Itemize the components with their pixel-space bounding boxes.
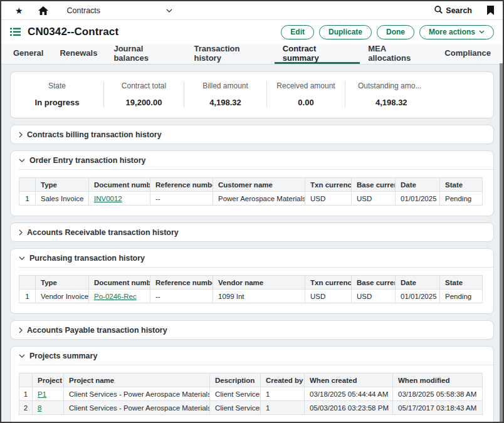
- more-actions-label: More actions: [429, 28, 475, 36]
- home-icon[interactable]: [38, 6, 48, 15]
- metric-billed-amount: Billed amount 4,198.32: [184, 81, 266, 107]
- record-header: CN0342--Contract Edit Duplicate Done Mor…: [1, 20, 503, 44]
- row-number: 1: [19, 387, 33, 401]
- vertical-scrollbar[interactable]: [500, 63, 503, 422]
- column-header[interactable]: Type: [36, 178, 89, 192]
- column-header[interactable]: Reference number: [150, 178, 213, 192]
- column-header[interactable]: Description: [210, 373, 261, 387]
- section-header-projects-summary[interactable]: Projects summary: [11, 347, 493, 365]
- column-header[interactable]: When created: [305, 373, 393, 387]
- cell-state: Pending: [440, 290, 483, 303]
- section-title: Accounts Payable transaction history: [27, 326, 167, 335]
- column-header[interactable]: Base currency: [352, 178, 396, 192]
- global-search[interactable]: Search: [434, 5, 472, 16]
- module-selector-label: Contracts: [67, 6, 101, 15]
- table-row: 2 8 Client Services - Power Aerospace Ma…: [19, 401, 483, 415]
- column-header[interactable]: Date: [396, 276, 440, 290]
- page-title: CN0342--Contract: [28, 26, 118, 38]
- column-header[interactable]: Base currency: [352, 276, 396, 290]
- edit-button[interactable]: Edit: [281, 25, 314, 39]
- column-header[interactable]: Customer name: [213, 178, 305, 192]
- record-actions: Edit Duplicate Done More actions: [281, 25, 494, 39]
- tab-contract-summary[interactable]: Contract summary: [275, 44, 360, 64]
- cell-vendor-name: 1099 Int: [213, 290, 305, 303]
- projects-table: Project Project name Description Created…: [19, 373, 483, 415]
- column-header[interactable]: Txn currency: [305, 178, 352, 192]
- document-number-link[interactable]: INV0012: [94, 195, 122, 202]
- cell-base-currency: USD: [352, 290, 396, 303]
- projects-table-wrap: Project Project name Description Created…: [11, 365, 493, 423]
- section-order-entry: Order Entry transaction history Type Doc…: [10, 150, 494, 216]
- done-button[interactable]: Done: [377, 25, 414, 39]
- section-title: Accounts Receivable transaction history: [27, 228, 179, 237]
- column-header[interactable]: State: [440, 276, 483, 290]
- tab-bar: General Renewals Journal balances Transa…: [1, 44, 503, 65]
- column-header[interactable]: Project name: [64, 373, 210, 387]
- document-number-link[interactable]: Po-0246-Rec: [94, 293, 137, 300]
- cell-state: Pending: [440, 192, 483, 206]
- cell-reference-number: --: [150, 290, 213, 303]
- chevron-down-icon: [19, 256, 25, 260]
- column-header[interactable]: State: [440, 178, 483, 192]
- metric-state: State In progress: [11, 81, 103, 107]
- cell-project-name: Client Services - Power Aerospace Materi…: [64, 387, 210, 401]
- column-header[interactable]: Type: [36, 276, 89, 290]
- cell-txn-currency: USD: [305, 290, 352, 303]
- column-header[interactable]: Created by: [261, 373, 305, 387]
- column-header[interactable]: Document number: [89, 276, 150, 290]
- section-accounts-receivable: Accounts Receivable transaction history: [10, 222, 494, 242]
- summary-metrics-card: State In progress Contract total 19,200.…: [10, 71, 494, 118]
- metric-value: 4,198.32: [358, 98, 407, 107]
- cell-date: 01/01/2025: [396, 290, 440, 303]
- column-header[interactable]: Project: [33, 373, 64, 387]
- section-purchasing: Purchasing transaction history Type Docu…: [10, 248, 494, 314]
- tab-compliance[interactable]: Compliance: [436, 44, 499, 64]
- metric-label: Outstanding amo...: [358, 81, 421, 90]
- table-header-row: Type Document number Reference number Cu…: [19, 178, 483, 192]
- section-header-contracts-billing[interactable]: Contracts billing transaction history: [11, 125, 493, 144]
- column-header[interactable]: When modified: [393, 373, 483, 387]
- favorite-star-icon[interactable]: ★: [15, 6, 23, 15]
- tab-renewals[interactable]: Renewals: [51, 44, 105, 64]
- tab-journal-balances[interactable]: Journal balances: [105, 44, 186, 64]
- tab-general[interactable]: General: [5, 44, 51, 64]
- tab-mea-allocations[interactable]: MEA allocations: [360, 44, 436, 64]
- order-entry-table: Type Document number Reference number Cu…: [19, 177, 483, 206]
- row-number-header: [19, 178, 36, 192]
- column-header[interactable]: Reference number: [150, 276, 213, 290]
- table-row: 1 Sales Invoice INV0012 -- Power Aerospa…: [19, 192, 483, 206]
- app-window: ★ Contracts Search: [0, 0, 504, 423]
- section-header-accounts-payable[interactable]: Accounts Payable transaction history: [11, 321, 493, 339]
- cell-when-modified: 05/17/2017 03:18:43 AM: [393, 401, 483, 415]
- project-link[interactable]: P1: [38, 390, 46, 398]
- purchasing-table-wrap: Type Document number Reference number Ve…: [11, 268, 493, 313]
- column-header[interactable]: Txn currency: [305, 276, 352, 290]
- project-link[interactable]: 8: [38, 404, 41, 412]
- chevron-right-icon: [19, 229, 23, 236]
- row-number-header: [19, 373, 33, 387]
- order-entry-table-wrap: Type Document number Reference number Cu…: [11, 170, 493, 216]
- cell-type: Vendor Invoice: [36, 290, 89, 303]
- metric-label: Received amount: [276, 81, 335, 90]
- metric-contract-total: Contract total 19,200.00: [103, 81, 184, 107]
- cell-reference-number: --: [150, 192, 213, 206]
- column-header[interactable]: Date: [396, 178, 440, 192]
- list-icon[interactable]: [10, 28, 21, 36]
- section-header-purchasing[interactable]: Purchasing transaction history: [11, 249, 493, 267]
- bookmark-icon[interactable]: [487, 6, 494, 15]
- chevron-down-icon: [166, 9, 172, 13]
- tab-transaction-history[interactable]: Transaction history: [186, 44, 275, 64]
- section-header-accounts-receivable[interactable]: Accounts Receivable transaction history: [11, 223, 493, 241]
- cell-description: Client Services: [210, 387, 261, 401]
- more-actions-button[interactable]: More actions: [419, 25, 494, 39]
- purchasing-table: Type Document number Reference number Ve…: [19, 275, 483, 303]
- duplicate-button[interactable]: Duplicate: [319, 25, 372, 39]
- column-header[interactable]: Vendor name: [213, 276, 305, 290]
- cell-customer-name: Power Aerospace Materials: [213, 192, 305, 206]
- metric-label: Billed amount: [202, 81, 248, 90]
- chevron-right-icon: [19, 327, 23, 333]
- module-selector[interactable]: Contracts: [67, 6, 172, 15]
- section-title: Order Entry transaction history: [29, 156, 145, 165]
- section-header-order-entry[interactable]: Order Entry transaction history: [11, 151, 493, 169]
- column-header[interactable]: Document number: [89, 178, 150, 192]
